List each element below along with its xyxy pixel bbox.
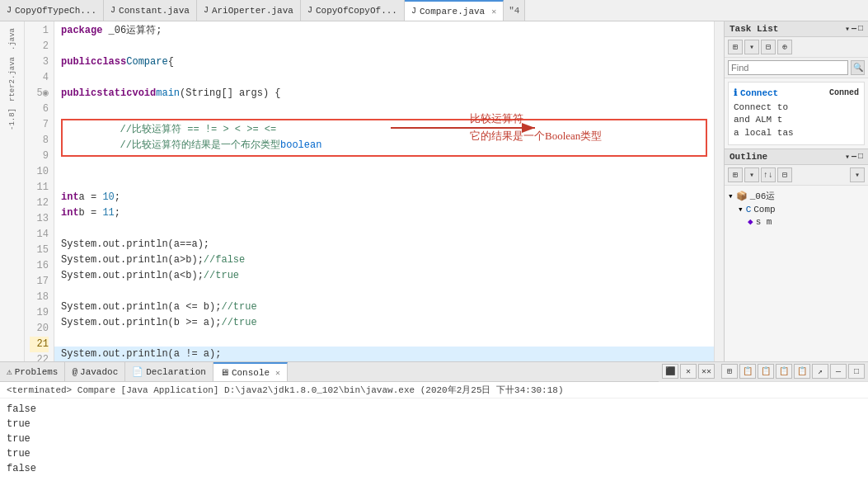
code-line-10 [54, 174, 714, 190]
code-line-1: package _06运算符; [54, 23, 714, 39]
vertical-scrollbar[interactable] [714, 21, 724, 361]
outline-expand-icon[interactable]: ▾ [850, 167, 865, 182]
bottom-toolbar: ⬛ ✕ ✕✕ ⊞ 📋 📋 📋 📋 ↗ — □ [659, 362, 868, 382]
left-sidebar: .java rter2.java -1.8] [0, 21, 25, 361]
toolbar-btn-1[interactable]: ⊞ [728, 40, 743, 54]
tab-javadoc[interactable]: @ Javadoc [65, 362, 125, 381]
problems-icon: ⚠ [7, 366, 12, 377]
connect-header: ℹ Connect Conned [734, 87, 859, 98]
outline-root-text: _06运 [750, 190, 776, 202]
code-line-18: System.out.println(a <= b);//true [54, 299, 714, 315]
tab-compare[interactable]: J Compare.java ✕ [405, 0, 504, 21]
line-num-2: 2 [30, 39, 49, 54]
outline-btn-3[interactable]: ↑↓ [761, 167, 776, 182]
tab-arioperter[interactable]: J AriOperter.java [197, 0, 301, 21]
line-num-9: 9 [30, 149, 49, 164]
method-icon: ◆ [748, 216, 753, 227]
code-content[interactable]: package _06运算符; public class Compare { p… [54, 21, 714, 361]
outline-min-icon[interactable]: — [852, 152, 856, 162]
tab-problems[interactable]: ⚠ Problems [0, 362, 65, 381]
console-toolbar-btn-9[interactable]: ↗ [812, 364, 828, 379]
line-num-15: 15 [30, 243, 49, 258]
code-line-15: System.out.println(a>b);//false [54, 252, 714, 268]
console-toolbar-btn-6[interactable]: 📋 [758, 364, 774, 379]
line-num-3: 3 [30, 54, 49, 70]
toolbar-btn-4[interactable]: ⊕ [777, 40, 792, 54]
outline-btn-1[interactable]: ⊞ [728, 167, 743, 182]
console-line-1: false [7, 402, 861, 417]
outline-item-comp[interactable]: ▾ C Comp [738, 203, 865, 215]
line-num-14: 14 [30, 227, 49, 243]
task-list-max-icon[interactable]: □ [858, 24, 863, 34]
sidebar-item-rter[interactable]: rter2.java [8, 54, 16, 105]
sidebar-item-java[interactable]: .java [8, 25, 16, 54]
console-toolbar-btn-1[interactable]: ⬛ [662, 364, 678, 379]
outline-btn-2[interactable]: ▾ [744, 167, 759, 182]
tab-copy-of-type[interactable]: J CopyOfTypeCh... [0, 0, 104, 21]
code-line-20 [54, 331, 714, 347]
problems-label: Problems [15, 367, 59, 377]
tab-console[interactable]: 🖥 Console ✕ [213, 362, 288, 381]
outline-item-root[interactable]: ▾ 📦 _06运 [728, 189, 865, 203]
tab-copy-of-copy[interactable]: J CopyOfCopyOf... [301, 0, 405, 21]
sidebar-item-jdk[interactable]: -1.8] [8, 105, 16, 134]
find-bar: 🔍 [725, 58, 868, 78]
outline-max-icon[interactable]: □ [858, 152, 863, 162]
declaration-label: Declaration [146, 367, 206, 377]
task-list-min-icon[interactable]: — [852, 24, 856, 34]
info-icon: ℹ [734, 87, 737, 98]
outline-toolbar: ⊞ ▾ ↑↓ ⊟ ▾ [725, 165, 868, 186]
tab-constant[interactable]: J Constant.java [104, 0, 197, 21]
task-list-title: Task List [730, 24, 778, 34]
console-toolbar-btn-7[interactable]: 📋 [776, 364, 792, 379]
task-list-menu-icon[interactable]: ▾ [845, 24, 850, 34]
tab-declaration[interactable]: 📄 Declaration [125, 362, 213, 381]
code-line-2 [54, 39, 714, 54]
tab-overflow[interactable]: "4 [504, 0, 525, 21]
console-close-icon[interactable]: ✕ [275, 368, 280, 378]
code-line-11: int a = 10; [54, 190, 714, 205]
toolbar-btn-2[interactable]: ▾ [744, 40, 759, 54]
overflow-label: "4 [509, 6, 519, 16]
console-toolbar-btn-10[interactable]: — [830, 364, 847, 379]
find-button[interactable]: 🔍 [851, 60, 865, 75]
outline-btn-4[interactable]: ⊟ [777, 167, 792, 182]
line-num-6: 6 [30, 101, 49, 117]
code-line-4 [54, 70, 714, 86]
connect-title: Connect [740, 88, 778, 98]
console-toolbar-btn-8[interactable]: 📋 [794, 364, 810, 379]
tab-label-4: CopyOfCopyOf... [316, 6, 397, 16]
bottom-panel: ⚠ Problems @ Javadoc 📄 Declaration 🖥 Con… [0, 361, 868, 481]
console-toolbar-btn-5[interactable]: 📋 [739, 364, 756, 379]
java-file-icon-4: J [307, 6, 312, 15]
console-toolbar-btn-3[interactable]: ✕✕ [698, 364, 715, 379]
tab-close-icon[interactable]: ✕ [491, 7, 496, 17]
code-line-8: //比较运算符的结果是一个布尔类型boolean [66, 138, 702, 153]
outline-title: Outline [730, 152, 767, 162]
outline-item-method[interactable]: ◆ s m [748, 215, 865, 228]
console-header-text: <terminated> Compare [Java Application] … [7, 385, 564, 395]
task-list-header: Task List ▾ — □ [725, 21, 868, 37]
outline-menu-icon[interactable]: ▾ [845, 152, 850, 162]
class-icon: C [746, 205, 752, 215]
toolbar-btn-3[interactable]: ⊟ [761, 40, 776, 54]
code-line-12: int b = 11; [54, 205, 714, 221]
code-line-9 [54, 158, 714, 174]
outline-tree: ▾ 📦 _06运 ▾ C Comp ◆ s m [725, 186, 868, 231]
line-num-22: 22 [30, 352, 49, 361]
line-num-19: 19 [30, 305, 49, 321]
console-toolbar-btn-4[interactable]: ⊞ [721, 364, 738, 379]
find-input[interactable] [728, 60, 848, 75]
console-toolbar-btn-2[interactable]: ✕ [680, 364, 697, 379]
line-num-5: 5◉ [30, 86, 49, 101]
code-line-13 [54, 221, 714, 237]
package-icon: ▾ [728, 191, 734, 201]
console-toolbar-btn-11[interactable]: □ [848, 364, 865, 379]
line-num-4: 4 [30, 70, 49, 86]
tab-label-2: Constant.java [119, 6, 190, 16]
connect-section: ℹ Connect Conned Connect toand ALM ta lo… [728, 82, 865, 145]
javadoc-icon: @ [72, 367, 77, 377]
line-num-16: 16 [30, 258, 49, 274]
right-panel: Task List ▾ — □ ⊞ ▾ ⊟ ⊕ 🔍 ℹ Connect Conn… [724, 21, 868, 361]
code-line-14: System.out.println(a==a); [54, 237, 714, 252]
